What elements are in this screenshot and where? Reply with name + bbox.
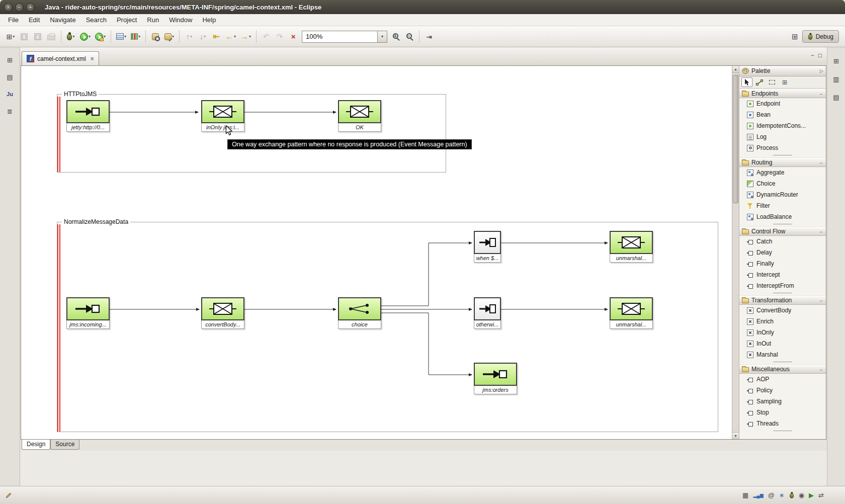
- undo-button[interactable]: ↶: [260, 30, 273, 43]
- palette-section-endpoints[interactable]: Endpoints ↔: [739, 89, 826, 98]
- window-maximize-button[interactable]: +: [26, 3, 35, 12]
- palette-item-intercept[interactable]: Intercept: [739, 269, 826, 280]
- palette-item-enrich[interactable]: Enrich: [739, 316, 826, 327]
- node-unmarshal-bottom[interactable]: unmarshal...: [610, 297, 653, 329]
- palette-item-choice[interactable]: Choice: [739, 178, 826, 189]
- new-wizard-button[interactable]: ⊞ ▾: [4, 30, 17, 43]
- tab-camel-context[interactable]: f camel-context.xml ×: [22, 51, 99, 65]
- palette-item-marshal[interactable]: Marshal: [739, 349, 826, 360]
- palette-item-bean[interactable]: Bean: [739, 109, 826, 120]
- grid-icon[interactable]: ▦: [742, 491, 748, 499]
- debug-perspective-button[interactable]: Debug: [802, 30, 839, 43]
- save-all-button[interactable]: [31, 30, 44, 43]
- palette-section-miscellaneous[interactable]: Miscellaneous ↔: [739, 364, 826, 374]
- zoom-out-button[interactable]: [403, 30, 416, 43]
- diagram-canvas[interactable]: HTTPtoJMS NormalizeMessageData: [21, 66, 732, 439]
- signal-bars-icon[interactable]: ▂▄▆: [753, 493, 763, 498]
- node-when[interactable]: when $...: [474, 231, 501, 263]
- palette-item-convertbody[interactable]: ConvertBody: [739, 305, 826, 316]
- palette-header[interactable]: Palette ▷: [739, 66, 826, 76]
- zoom-in-button[interactable]: [389, 30, 402, 43]
- palette-section-transformation[interactable]: Transformation ↔: [739, 295, 826, 305]
- scrollbar-thumb[interactable]: [733, 75, 738, 203]
- palette-item-aop[interactable]: AOP: [739, 374, 826, 385]
- play-icon[interactable]: ▶: [809, 491, 814, 499]
- next-annotation-button[interactable]: ↓ ▾: [196, 30, 209, 43]
- menu-window[interactable]: Window: [164, 15, 197, 25]
- bug-icon[interactable]: [789, 491, 794, 499]
- window-minimize-button[interactable]: −: [15, 3, 24, 12]
- run-external-tools-button[interactable]: ▾: [93, 30, 108, 43]
- tab-design[interactable]: Design: [22, 440, 50, 450]
- last-edit-location-button[interactable]: ⇤: [210, 30, 223, 43]
- scroll-up-icon[interactable]: ▲: [732, 66, 739, 73]
- palette-item-process[interactable]: Process: [739, 142, 826, 153]
- node-inonly[interactable]: inOnly jms:i...: [201, 100, 244, 132]
- palette-item-dynamicrouter[interactable]: DynamicRouter: [739, 189, 826, 200]
- scroll-down-icon[interactable]: ▼: [732, 432, 739, 439]
- tab-source[interactable]: Source: [50, 440, 79, 450]
- palette-item-endpoint[interactable]: Endpoint: [739, 98, 826, 109]
- restore-views-button[interactable]: ⊞: [830, 55, 842, 66]
- collapse-palette-icon[interactable]: ▷: [820, 68, 823, 73]
- menu-run[interactable]: Run: [142, 15, 164, 25]
- palette-item-catch[interactable]: Catch: [739, 236, 826, 247]
- palette-item-policy[interactable]: Policy: [739, 385, 826, 396]
- save-button[interactable]: [18, 30, 31, 43]
- palette-item-stop[interactable]: Stop: [739, 407, 826, 418]
- menu-edit[interactable]: Edit: [24, 15, 45, 25]
- palette-item-interceptfrom[interactable]: InterceptFrom: [739, 280, 826, 291]
- back-button[interactable]: ← ▾: [223, 30, 238, 43]
- menu-search[interactable]: Search: [81, 15, 112, 25]
- target-icon[interactable]: ◉: [799, 491, 804, 499]
- redo-button[interactable]: ↷: [273, 30, 286, 43]
- node-ok[interactable]: OK: [338, 100, 381, 132]
- palette-item-inonly[interactable]: InOnly: [739, 327, 826, 338]
- route-container-httptojms[interactable]: HTTPtoJMS: [57, 94, 446, 173]
- node-otherwise[interactable]: otherwi...: [474, 297, 501, 329]
- palette-item-delay[interactable]: Delay: [739, 247, 826, 258]
- palette-item-sampling[interactable]: Sampling: [739, 396, 826, 407]
- open-perspective-icon[interactable]: ⊞: [792, 32, 798, 41]
- help-view-button[interactable]: ▥: [830, 73, 842, 85]
- grid-tool[interactable]: ⊞: [779, 77, 790, 87]
- junit-view-button[interactable]: Ju: [4, 89, 16, 100]
- hierarchy-view-button[interactable]: ≣: [4, 106, 16, 117]
- zoom-dropdown-button[interactable]: ▾: [377, 31, 387, 43]
- node-jetty[interactable]: jetty:http://0...: [66, 100, 110, 132]
- palette-item-loadbalance[interactable]: LoadBalance: [739, 211, 826, 222]
- print-button[interactable]: [45, 30, 58, 43]
- canvas-vertical-scrollbar[interactable]: ▲ ▼: [732, 66, 739, 439]
- menu-file[interactable]: File: [3, 15, 24, 25]
- node-choice[interactable]: choice: [338, 297, 381, 329]
- menu-navigate[interactable]: Navigate: [45, 15, 80, 25]
- sync-arrows-icon[interactable]: ⇄: [818, 491, 824, 499]
- palette-item-filter[interactable]: Filter: [739, 200, 826, 211]
- node-convertbody[interactable]: convertBody...: [201, 297, 244, 329]
- palette-section-control-flow[interactable]: Control Flow ↔: [739, 226, 826, 236]
- new-java-element-button[interactable]: ▾: [162, 30, 176, 43]
- marquee-tool[interactable]: [767, 77, 778, 87]
- at-sign-icon[interactable]: @: [768, 491, 775, 499]
- connection-tool[interactable]: [754, 77, 765, 87]
- node-jms-incoming[interactable]: jms:incoming...: [66, 297, 110, 329]
- open-type-button[interactable]: [149, 30, 162, 43]
- zoom-input[interactable]: [302, 31, 377, 43]
- palette-section-routing[interactable]: Routing ↔: [739, 157, 826, 167]
- new-project-button[interactable]: ▾: [114, 30, 128, 43]
- close-icon[interactable]: ×: [91, 55, 94, 62]
- node-jms-orders[interactable]: jms:orders: [474, 363, 517, 394]
- maximize-editor-icon[interactable]: □: [818, 52, 822, 59]
- coverage-button[interactable]: ▾: [129, 30, 142, 43]
- restore-views-button[interactable]: ⊞: [4, 54, 16, 65]
- palette-item-inout[interactable]: InOut: [739, 338, 826, 349]
- forward-button[interactable]: → ▾: [238, 30, 253, 43]
- window-close-button[interactable]: ×: [4, 3, 13, 12]
- palette-item-aggregate[interactable]: Aggregate: [739, 167, 826, 178]
- menu-help[interactable]: Help: [197, 15, 221, 25]
- palette-item-finally[interactable]: Finally: [739, 258, 826, 269]
- layout-diagram-button[interactable]: ⇥: [422, 30, 436, 43]
- palette-item-idempotentconsumer[interactable]: IdempotentCons...: [739, 120, 826, 131]
- palette-item-threads[interactable]: Threads: [739, 418, 826, 429]
- node-unmarshal-top[interactable]: unmarshal...: [610, 231, 653, 263]
